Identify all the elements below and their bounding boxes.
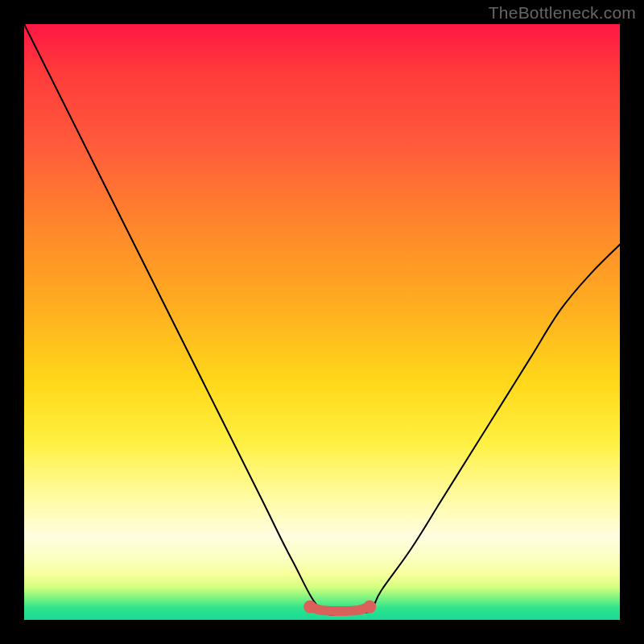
bottleneck-curve-path <box>24 24 620 615</box>
watermark-text: TheBottleneck.com <box>489 3 636 23</box>
optimal-range-highlight <box>310 607 369 611</box>
highlight-end-left <box>303 601 316 613</box>
highlight-end-right <box>363 601 376 613</box>
plot-area <box>24 24 620 620</box>
curve-svg <box>24 24 620 620</box>
chart-frame: TheBottleneck.com <box>0 0 644 644</box>
